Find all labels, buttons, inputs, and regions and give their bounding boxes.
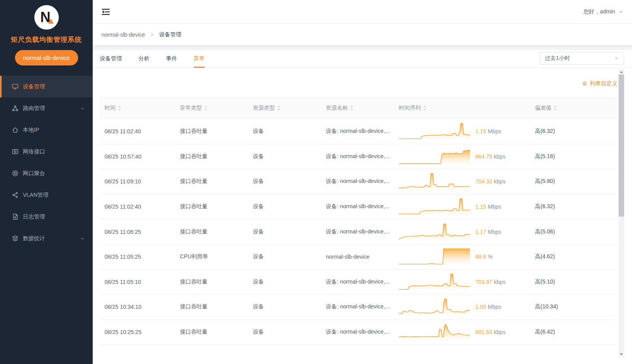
table-row[interactable]: 08/25 10:25:25 接口吞吐量 设备 设备: normal-slb-d… [100,320,617,345]
table-row[interactable]: 08/25 11:06:25 接口吞吐量 设备 设备: normal-slb-d… [100,219,617,245]
cell-resource-type: 设备 [248,178,321,185]
cell-deviation: 高(5.06) [530,228,617,235]
user-menu[interactable]: 您好，admin [583,8,623,15]
current-device-button[interactable]: normal-slb-device [15,50,78,65]
timeseries-value: 703.97kbps [475,279,505,285]
cell-resource-name: 设备: normal-slb-device,... [321,178,394,185]
tab-事件[interactable]: 事件 [166,50,177,68]
sidebar-item-network-interface[interactable]: 网络接口 [0,141,93,162]
cell-time: 08/25 11:02:40 [100,128,175,134]
sort-icon[interactable] [118,105,121,111]
time-range-select[interactable]: 过去1小时 [540,52,624,65]
timeseries-sparkline [399,122,470,140]
cell-time: 08/25 11:05:10 [100,279,175,285]
column-header[interactable]: 异常类型 [175,105,248,112]
layers-icon [11,235,19,242]
table-row[interactable]: 08/25 11:05:10 接口吞吐量 设备 设备: normal-slb-d… [100,270,617,295]
cell-resource-type: 设备 [248,128,321,135]
timeseries-number: 1.15 [475,128,486,134]
sidebar: N 矩尺负载均衡管理系统 normal-slb-device 设备管理 路由管理… [0,0,93,364]
aggregation-icon [11,170,19,177]
table-row[interactable]: 08/25 11:02:40 接口吞吐量 设备 设备: normal-slb-d… [100,194,617,220]
cell-resource-name: 设备: normal-slb-device,... [321,228,394,235]
column-header[interactable]: 时间 [100,105,175,112]
sidebar-item-data-statistics[interactable]: 数据统计 [0,228,93,249]
sidebar-item-route-management[interactable]: 路由管理 [0,97,93,119]
cell-deviation: 高(5.18) [530,153,617,160]
timeseries-value: 88.8% [475,254,493,260]
timeseries-sparkline [399,147,470,166]
cell-resource-type: 设备 [248,153,321,160]
cell-resource-name: 设备: normal-slb-device,... [321,303,394,310]
list-customize-link[interactable]: 列表自定义 [582,80,617,87]
cell-resource-type: 设备 [248,203,321,210]
column-header[interactable]: 时间序列 [394,105,530,112]
table-row[interactable]: 08/25 11:09:10 接口吞吐量 设备 设备: normal-slb-d… [100,169,617,194]
sidebar-item-label: 数据统计 [23,235,45,242]
timeseries-sparkline [399,223,470,241]
tab-设备管理[interactable]: 设备管理 [100,50,122,68]
table-row[interactable]: 08/25 10:34:10 接口吞吐量 设备 设备: normal-slb-d… [100,295,617,320]
cell-time: 08/25 10:25:25 [100,329,175,335]
monitor-icon [11,83,19,90]
table-row[interactable]: 08/25 11:02:40 接口吞吐量 设备 设备: normal-slb-d… [100,119,617,144]
sidebar-item-log-management[interactable]: 日志管理 [0,206,93,228]
timeseries-sparkline [399,248,470,266]
vertical-scrollbar[interactable] [619,69,624,357]
timeseries-sparkline [399,172,470,190]
scrollbar-up-arrow[interactable] [619,69,624,75]
breadcrumb-current-page: 设备管理 [159,31,181,38]
cell-timeseries: 681.63kbps [394,323,530,341]
sidebar-item-local-ip[interactable]: 本地IP [0,119,93,141]
timeseries-value: 864.75kbps [475,153,505,160]
log-icon [11,213,19,220]
column-header[interactable]: 资源名称 [321,105,394,112]
cell-resource-name: 设备: normal-slb-device,... [321,153,394,160]
column-header[interactable]: 资源类型 [248,105,321,112]
cell-resource-name: normal-slb-device [321,254,394,260]
timeseries-value: 1.15Mbps [475,128,501,134]
cell-timeseries: 704.32kbps [394,172,530,190]
menu-fold-icon [101,8,110,16]
sidebar-item-vlan-management[interactable]: VLAN管理 [0,184,93,206]
cell-timeseries: 1.15Mbps [394,198,530,216]
timeseries-unit: kbps [494,329,506,335]
cell-time: 08/25 11:09:10 [100,178,175,185]
scrollbar-thumb[interactable] [619,75,624,217]
app-window: N 矩尺负载均衡管理系统 normal-slb-device 设备管理 路由管理… [0,0,632,364]
scrollbar-down-arrow[interactable] [619,351,624,357]
tab-分析[interactable]: 分析 [138,50,150,68]
cell-timeseries: 1.05Mbps [394,298,530,316]
cell-resource-name: 设备: normal-slb-device,... [321,128,394,135]
system-title: 矩尺负载均衡管理系统 [0,35,93,44]
sidebar-item-port-aggregation[interactable]: 网口聚合 [0,162,93,184]
breadcrumb-separator-icon [150,32,154,37]
cell-resource-type: 设备 [248,253,321,260]
table-row[interactable]: 08/25 11:05:25 CPU利用率 设备 normal-slb-devi… [100,245,617,270]
sidebar-item-device-management[interactable]: 设备管理 [0,76,93,97]
timeseries-number: 88.8 [475,254,486,260]
timeseries-unit: % [488,254,492,260]
table-row[interactable]: 08/25 10:57:40 接口吞吐量 设备 设备: normal-slb-d… [100,144,617,170]
sidebar-item-label: 路由管理 [23,105,45,112]
breadcrumb-device[interactable]: normal-slb-device [101,32,145,38]
timeseries-sparkline [399,323,470,341]
cell-anomaly-type: 接口吞吐量 [175,303,248,310]
sort-icon[interactable] [204,105,208,111]
sort-icon[interactable] [553,105,557,111]
timeseries-number: 704.32 [475,178,492,185]
cell-anomaly-type: 接口吞吐量 [175,178,248,185]
timeseries-value: 1.17Mbps [475,229,501,235]
cell-resource-name: 设备: normal-slb-device,... [321,278,394,286]
sidebar-collapse-button[interactable] [101,8,110,16]
column-header[interactable]: 偏差值 [530,105,617,112]
sort-icon[interactable] [277,105,280,111]
time-range-value: 过去1小时 [545,55,570,62]
cell-resource-type: 设备 [248,303,321,310]
cell-deviation: 高(5.80) [530,178,617,185]
sidebar-item-label: 网络接口 [23,148,45,155]
cell-timeseries: 1.15Mbps [394,122,530,140]
sort-icon[interactable] [350,105,353,111]
tab-异常[interactable]: 异常 [194,50,205,68]
sort-icon[interactable] [423,105,426,111]
